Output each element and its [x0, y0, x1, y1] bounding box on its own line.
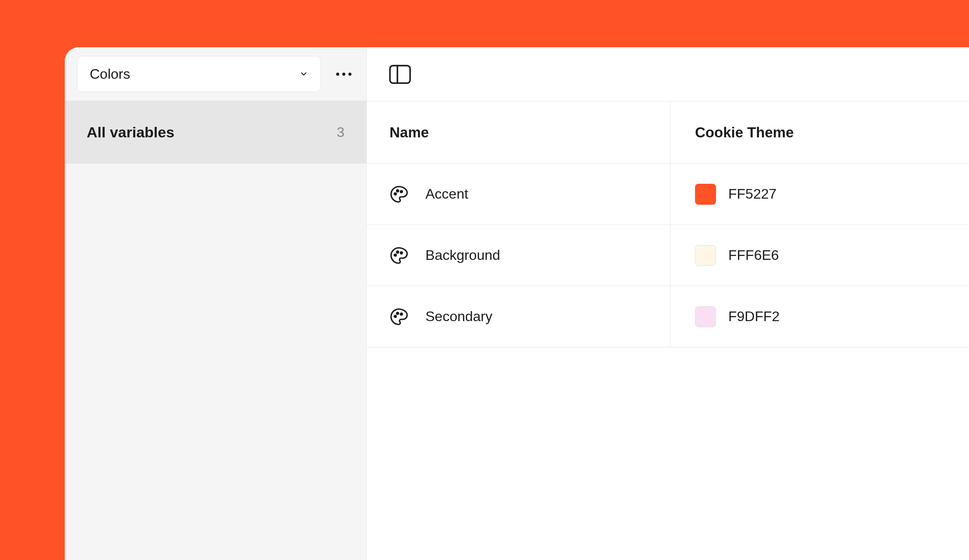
- variable-name-cell[interactable]: Secondary: [367, 286, 671, 347]
- svg-point-6: [397, 251, 398, 253]
- variable-value-cell[interactable]: F9DFF2: [671, 286, 969, 347]
- svg-point-9: [397, 312, 398, 314]
- svg-point-3: [397, 190, 398, 192]
- table-row[interactable]: Secondary F9DFF2: [367, 286, 969, 347]
- column-header-name[interactable]: Name: [367, 102, 671, 163]
- svg-point-10: [400, 313, 402, 315]
- svg-point-5: [394, 254, 396, 256]
- variable-name: Secondary: [425, 308, 492, 325]
- variable-name-cell[interactable]: Accent: [367, 164, 671, 224]
- sidebar-item-all-variables[interactable]: All variables 3: [65, 101, 366, 164]
- table-row[interactable]: Accent FF5227: [367, 164, 969, 225]
- color-hex: F9DFF2: [728, 308, 779, 325]
- variables-table: Name Cookie Theme Accent: [367, 102, 969, 347]
- toolbar: [367, 47, 969, 102]
- column-header-mode[interactable]: Cookie Theme: [671, 102, 969, 163]
- color-swatch: [695, 245, 716, 266]
- chevron-down-icon: [299, 70, 308, 78]
- svg-rect-0: [390, 66, 410, 83]
- color-swatch: [695, 306, 716, 327]
- variable-name: Background: [425, 247, 500, 263]
- table-header-row: Name Cookie Theme: [367, 102, 969, 164]
- palette-icon: [390, 185, 408, 203]
- more-options-button[interactable]: [331, 62, 356, 86]
- svg-point-8: [394, 315, 396, 317]
- svg-point-7: [400, 252, 402, 253]
- palette-icon: [390, 246, 408, 265]
- sidebar-item-count: 3: [337, 124, 344, 140]
- variable-value-cell[interactable]: FF5227: [671, 164, 969, 224]
- color-hex: FFF6E6: [728, 247, 779, 263]
- color-swatch: [695, 184, 716, 205]
- color-hex: FF5227: [728, 186, 776, 202]
- svg-point-2: [394, 193, 396, 195]
- palette-icon: [390, 308, 408, 326]
- layout-toggle-button[interactable]: [388, 62, 412, 87]
- more-horizontal-icon: [336, 73, 351, 76]
- table-row[interactable]: Background FFF6E6: [367, 225, 969, 286]
- collection-dropdown[interactable]: Colors: [77, 56, 321, 92]
- svg-point-4: [400, 190, 402, 192]
- sidebar-item-label: All variables: [87, 124, 174, 141]
- variable-value-cell[interactable]: FFF6E6: [671, 225, 969, 286]
- variable-name-cell[interactable]: Background: [367, 225, 671, 286]
- collection-name: Colors: [90, 66, 130, 82]
- variable-name: Accent: [425, 186, 468, 202]
- sidebar-layout-icon: [389, 65, 411, 84]
- variables-panel: Colors All variables 3: [65, 47, 969, 560]
- sidebar-top: Colors: [65, 47, 366, 101]
- main-content: Name Cookie Theme Accent: [367, 47, 969, 560]
- sidebar: Colors All variables 3: [65, 47, 367, 560]
